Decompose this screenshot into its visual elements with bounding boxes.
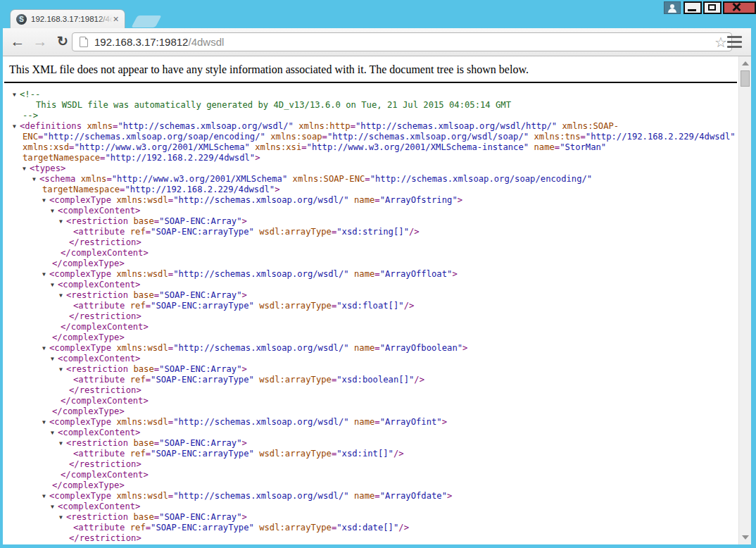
xml-line: </complexType> xyxy=(3,480,738,491)
xml-line: <attribute ref="SOAP-ENC:arrayType" wsdl… xyxy=(3,301,738,311)
close-window-button[interactable] xyxy=(723,1,756,14)
person-icon-body xyxy=(668,8,676,13)
browser-toolbar: ← → ↻ 192.168.3.17:19812/4dwsdl ☆ xyxy=(3,28,751,56)
collapse-arrow-icon[interactable]: ▼ xyxy=(42,269,49,280)
xml-line: ▼<restriction base="SOAP-ENC:Array"> xyxy=(3,290,738,301)
collapse-arrow-icon[interactable]: ▼ xyxy=(59,290,66,301)
url-text[interactable]: 192.168.3.17:19812/4dwsdl xyxy=(94,36,224,48)
collapse-arrow-icon[interactable]: ▼ xyxy=(51,280,58,290)
url-path: /4dwsdl xyxy=(188,36,224,48)
xml-line: </complexContent> xyxy=(3,248,738,259)
collapse-arrow-icon[interactable]: ▼ xyxy=(42,343,49,354)
xml-line: <attribute ref="SOAP-ENC:arrayType" wsdl… xyxy=(3,523,738,533)
vertical-scrollbar[interactable] xyxy=(738,56,751,544)
hamburger-icon-bar xyxy=(727,46,742,48)
collapse-arrow-icon[interactable]: ▼ xyxy=(51,502,58,512)
collapse-arrow-icon[interactable]: ▼ xyxy=(32,174,39,185)
divider xyxy=(4,82,737,83)
window-titlebar: S 192.168.3.17:19812/4dwsdl × xyxy=(0,0,756,28)
xml-line: </complexContent> xyxy=(3,470,738,480)
xml-line: ▼<complexContent> xyxy=(3,354,738,364)
reload-button[interactable]: ↻ xyxy=(53,32,72,51)
xml-line: targetNamespace="http://192.168.2.229/4d… xyxy=(3,185,738,195)
collapse-arrow-icon[interactable]: ▼ xyxy=(51,206,58,216)
xml-line: ▼<restriction base="SOAP-ENC:Array"> xyxy=(3,364,738,375)
maximize-icon xyxy=(708,4,716,11)
xml-line: --> xyxy=(3,111,738,121)
xml-line: </restriction> xyxy=(3,385,738,396)
profile-button[interactable] xyxy=(664,1,681,14)
xml-line: ▼<complexType xmlns:wsdl="http://schemas… xyxy=(3,195,738,206)
collapse-arrow-icon[interactable]: ▼ xyxy=(13,89,20,100)
collapse-arrow-icon[interactable]: ▼ xyxy=(51,428,58,438)
scroll-up-icon[interactable] xyxy=(742,61,749,66)
minimize-icon xyxy=(688,9,696,11)
xml-line: </complexType> xyxy=(3,406,738,417)
page-content: This XML file does not appear to have an… xyxy=(3,56,738,544)
xml-line: ▼<schema xmlns="http://www.w3.org/2001/X… xyxy=(3,174,738,185)
xml-line: ▼<types> xyxy=(3,163,738,174)
xml-line: ▼<!-- xyxy=(3,89,738,100)
tab-close-icon[interactable]: × xyxy=(111,14,121,25)
xml-line: ▼<complexContent> xyxy=(3,280,738,290)
address-bar[interactable]: 192.168.3.17:19812/4dwsdl ☆ xyxy=(72,32,732,51)
collapse-arrow-icon[interactable]: ▼ xyxy=(42,491,49,502)
collapse-arrow-icon[interactable]: ▼ xyxy=(23,163,30,174)
hamburger-icon-bar xyxy=(727,41,742,43)
scroll-down-icon[interactable] xyxy=(742,535,749,540)
xml-line: </complexContent> xyxy=(3,322,738,332)
xml-line: </restriction> xyxy=(3,311,738,322)
xml-line: targetNamespace="http://192.168.2.229/4d… xyxy=(3,153,738,163)
xml-line: ▼<complexType xmlns:wsdl="http://schemas… xyxy=(3,343,738,354)
xml-line: <attribute ref="SOAP-ENC:arrayType" wsdl… xyxy=(3,375,738,385)
xml-line: </complexType> xyxy=(3,259,738,269)
collapse-arrow-icon[interactable]: ▼ xyxy=(59,438,66,449)
collapse-arrow-icon[interactable]: ▼ xyxy=(42,417,49,428)
collapse-arrow-icon[interactable]: ▼ xyxy=(42,195,49,206)
xml-line: </restriction> xyxy=(3,459,738,470)
xml-line: This WSDL file was automatically generat… xyxy=(3,100,738,111)
forward-button: → xyxy=(31,32,49,51)
collapse-arrow-icon[interactable]: ▼ xyxy=(13,121,20,132)
xml-line: </restriction> xyxy=(3,237,738,248)
collapse-arrow-icon[interactable]: ▼ xyxy=(59,512,66,523)
xml-line: ▼<definitions xmlns="http://schemas.xmls… xyxy=(3,121,738,132)
bookmark-star-icon[interactable]: ☆ xyxy=(714,34,727,51)
hamburger-icon xyxy=(727,36,742,38)
url-host: 192.168.3.17:19812 xyxy=(94,36,188,48)
minimize-button[interactable] xyxy=(683,1,702,14)
xml-line: ▼<complexType xmlns:wsdl="http://schemas… xyxy=(3,269,738,280)
site-favicon-icon: S xyxy=(16,14,27,25)
xml-tree: ▼<!--This WSDL file was automatically ge… xyxy=(3,89,738,544)
scrollbar-thumb[interactable] xyxy=(741,70,750,87)
xml-line: ▼<complexContent> xyxy=(3,502,738,512)
xml-line: ▼<complexType xmlns:wsdl="http://schemas… xyxy=(3,491,738,502)
xml-line: ▼<complexContent> xyxy=(3,428,738,438)
xml-line: ▼<restriction base="SOAP-ENC:Array"> xyxy=(3,216,738,227)
browser-tab[interactable]: S 192.168.3.17:19812/4dwsdl × xyxy=(10,9,125,28)
collapse-arrow-icon[interactable]: ▼ xyxy=(59,364,66,375)
page-icon[interactable] xyxy=(80,37,88,47)
xml-line: ▼<restriction base="SOAP-ENC:Array"> xyxy=(3,438,738,449)
collapse-arrow-icon[interactable]: ▼ xyxy=(59,216,66,227)
xml-line: </restriction> xyxy=(3,533,738,544)
xml-line: </complexContent> xyxy=(3,396,738,406)
maximize-button[interactable] xyxy=(703,1,722,14)
xml-line: ▼<complexContent> xyxy=(3,206,738,216)
xml-line: </complexType> xyxy=(3,332,738,343)
xml-line: ▼<restriction base="SOAP-ENC:Array"> xyxy=(3,512,738,523)
xml-line: <attribute ref="SOAP-ENC:arrayType" wsdl… xyxy=(3,227,738,237)
collapse-arrow-icon[interactable]: ▼ xyxy=(51,354,58,364)
xml-line: ENC="http://schemas.xmlsoap.org/soap/enc… xyxy=(3,132,738,142)
menu-button[interactable] xyxy=(727,36,742,48)
xml-line: <attribute ref="SOAP-ENC:arrayType" wsdl… xyxy=(3,449,738,459)
xml-line: xmlns:xsd="http://www.w3.org/2001/XMLSch… xyxy=(3,142,738,153)
xml-line: ▼<complexType xmlns:wsdl="http://schemas… xyxy=(3,417,738,428)
back-button[interactable]: ← xyxy=(8,32,27,51)
xml-line: </complexContent> xyxy=(3,544,738,544)
xml-viewer-message: This XML file does not appear to have an… xyxy=(9,63,738,76)
new-tab-button[interactable] xyxy=(131,15,161,27)
